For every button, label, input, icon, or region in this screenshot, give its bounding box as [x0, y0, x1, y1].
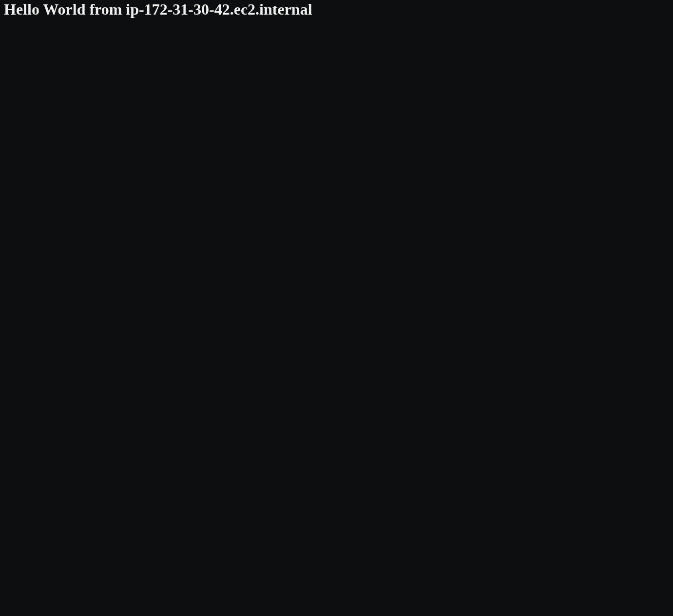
page-heading: Hello World from ip-172-31-30-42.ec2.int… [0, 0, 673, 19]
